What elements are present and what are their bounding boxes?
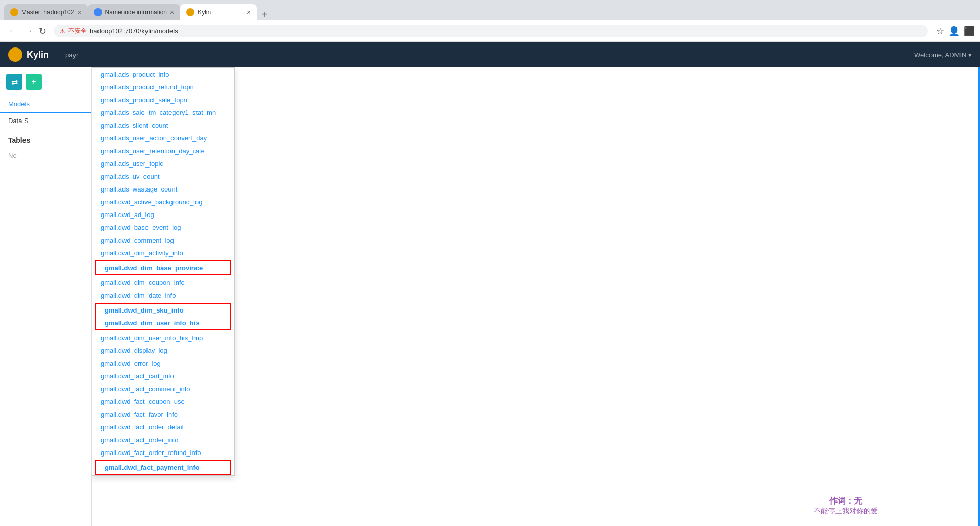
sidebar-section-title: Tables	[0, 130, 91, 148]
main-content: gmall.ads_product_infogmall.ads_product_…	[92, 67, 980, 526]
dropdown-item[interactable]: gmall.dwd_fact_order_info	[92, 434, 234, 446]
dropdown-item-highlighted[interactable]: gmall.dwd_dim_base_province	[96, 261, 230, 274]
dropdown-item[interactable]: gmall.ads_uv_count	[92, 170, 234, 183]
dropdown-item-highlighted[interactable]: gmall.dwd_fact_payment_info	[96, 461, 230, 474]
sidebar: ⇄ + Models Data S Tables No	[0, 67, 92, 526]
new-tab-button[interactable]: +	[259, 9, 271, 20]
forward-button[interactable]: →	[20, 23, 36, 38]
tab-hadoop-title: Master: hadoop102	[21, 9, 74, 16]
sidebar-nav: Models Data S	[0, 96, 91, 130]
welcome-text: Welcome, ADMIN ▾	[914, 51, 972, 59]
tab-hadoop-close[interactable]: ×	[77, 8, 81, 16]
reload-button[interactable]: ↻	[36, 23, 50, 39]
dropdown-item[interactable]: gmall.ads_product_info	[92, 68, 234, 81]
sidebar-nav-data-source[interactable]: Data S	[0, 113, 91, 130]
music-subtitle: 不能停止我对你的爱	[814, 507, 878, 516]
namenode-favicon	[94, 8, 102, 16]
tab-hadoop[interactable]: Master: hadoop102 ×	[4, 4, 88, 20]
hadoop-favicon	[10, 8, 18, 16]
tab-kylin[interactable]: Kylin ×	[180, 4, 257, 20]
header-right: Welcome, ADMIN ▾	[914, 51, 972, 59]
highlighted-multi-group[interactable]: gmall.dwd_dim_sku_infogmall.dwd_dim_user…	[95, 303, 231, 330]
dropdown-item[interactable]: gmall.dwd_fact_comment_info	[92, 382, 234, 395]
dropdown-item[interactable]: gmall.ads_user_retention_day_rate	[92, 145, 234, 157]
security-icon: ⚠	[60, 28, 65, 35]
tab-namenode-close[interactable]: ×	[170, 8, 174, 16]
security-label: 不安全	[68, 27, 87, 35]
dropdown-item[interactable]: gmall.ads_product_sale_topn	[92, 93, 234, 106]
dropdown-item[interactable]: gmall.ads_user_action_convert_day	[92, 132, 234, 145]
sidebar-btn-row: ⇄ +	[0, 74, 91, 96]
app-header: Kylin payr Welcome, ADMIN ▾	[0, 42, 980, 67]
dropdown-item[interactable]: gmall.dwd_display_log	[92, 344, 234, 357]
dropdown-item[interactable]: gmall.dwd_dim_activity_info	[92, 247, 234, 259]
dropdown-item[interactable]: gmall.dwd_fact_order_detail	[92, 421, 234, 434]
app-body: ⇄ + Models Data S Tables No gmall.ads_pr…	[0, 67, 980, 526]
svg-point-0	[12, 10, 17, 15]
dropdown-item[interactable]: gmall.dwd_fact_order_refund_info	[92, 446, 234, 459]
dropdown-item[interactable]: gmall.dwd_comment_log	[92, 234, 234, 247]
sidebar-no-tables: No	[0, 148, 91, 163]
dropdown-item[interactable]: gmall.dwd_dim_coupon_info	[92, 276, 234, 289]
header-tab-payr[interactable]: payr	[59, 48, 84, 62]
kylin-favicon	[186, 8, 194, 16]
dropdown-item[interactable]: gmall.dwd_dim_sku_info	[96, 304, 230, 317]
dropdown-item[interactable]: gmall.dwd_dim_date_info	[92, 289, 234, 302]
tab-kylin-close[interactable]: ×	[247, 8, 251, 16]
extension-button[interactable]: ⬛	[964, 26, 975, 37]
add-button[interactable]: +	[26, 74, 42, 90]
bookmark-button[interactable]: ☆	[936, 26, 944, 37]
dropdown-item[interactable]: gmall.dwd_dim_user_info_his	[96, 317, 230, 329]
dropdown-item[interactable]: gmall.dwd_dim_user_info_his_tmp	[92, 331, 234, 344]
dropdown-item[interactable]: gmall.ads_wastage_count	[92, 183, 234, 196]
sidebar-nav-models[interactable]: Models	[0, 96, 91, 113]
address-text: hadoop102:7070/kylin/models	[90, 27, 922, 35]
back-button[interactable]: ←	[5, 23, 20, 38]
dropdown-item[interactable]: gmall.dwd_ad_log	[92, 208, 234, 221]
address-bar[interactable]: ⚠ 不安全 hadoop102:7070/kylin/models	[54, 25, 928, 37]
tab-kylin-title: Kylin	[198, 9, 243, 16]
header-tabs: payr	[59, 48, 84, 62]
profile-button[interactable]: 👤	[948, 26, 960, 37]
dropdown-item[interactable]: gmall.ads_product_refund_topn	[92, 81, 234, 93]
dropdown-item[interactable]: gmall.ads_user_topic	[92, 157, 234, 170]
svg-point-1	[95, 10, 101, 15]
kylin-logo-icon	[8, 47, 22, 62]
dropdown-item[interactable]: gmall.dwd_fact_coupon_use	[92, 395, 234, 408]
dropdown-panel[interactable]: gmall.ads_product_infogmall.ads_product_…	[92, 67, 235, 476]
music-overlay: 作词：无 不能停止我对你的爱	[814, 496, 878, 516]
dropdown-item[interactable]: gmall.dwd_fact_favor_info	[92, 408, 234, 421]
dropdown-item[interactable]: gmall.dwd_fact_cart_info	[92, 370, 234, 382]
tab-namenode-title: Namenode information	[105, 9, 167, 16]
svg-point-2	[188, 10, 193, 15]
music-title: 作词：无	[814, 496, 878, 507]
kylin-logo: Kylin	[8, 47, 49, 62]
kylin-logo-text: Kylin	[27, 50, 49, 60]
dropdown-item[interactable]: gmall.dwd_base_event_log	[92, 221, 234, 234]
tab-namenode[interactable]: Namenode information ×	[88, 4, 181, 20]
dropdown-item[interactable]: gmall.dwd_active_background_log	[92, 196, 234, 208]
dropdown-item[interactable]: gmall.ads_silent_count	[92, 119, 234, 132]
dropdown-item[interactable]: gmall.ads_sale_tm_category1_stat_mn	[92, 106, 234, 119]
dropdown-item[interactable]: gmall.dwd_error_log	[92, 357, 234, 370]
scroll-hint	[978, 67, 980, 526]
share-button[interactable]: ⇄	[6, 74, 22, 90]
